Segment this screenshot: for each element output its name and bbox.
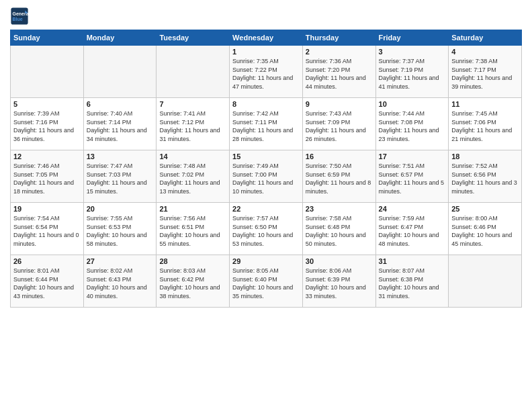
calendar-cell: 14Sunrise: 7:48 AM Sunset: 7:02 PM Dayli… xyxy=(157,150,230,203)
calendar-cell: 15Sunrise: 7:49 AM Sunset: 7:00 PM Dayli… xyxy=(230,150,303,203)
day-info: Sunrise: 7:37 AM Sunset: 7:19 PM Dayligh… xyxy=(379,57,446,91)
calendar-cell: 16Sunrise: 7:50 AM Sunset: 6:59 PM Dayli… xyxy=(302,150,375,203)
header-day-tuesday: Tuesday xyxy=(157,30,230,46)
calendar-table: SundayMondayTuesdayWednesdayThursdayFrid… xyxy=(10,30,522,308)
day-number: 1 xyxy=(232,48,300,56)
day-info: Sunrise: 8:01 AM Sunset: 6:44 PM Dayligh… xyxy=(13,267,81,300)
calendar-cell: 9Sunrise: 7:43 AM Sunset: 7:09 PM Daylig… xyxy=(302,98,375,150)
day-info: Sunrise: 7:38 AM Sunset: 7:17 PM Dayligh… xyxy=(451,57,519,91)
day-info: Sunrise: 7:57 AM Sunset: 6:50 PM Dayligh… xyxy=(232,214,300,248)
day-number: 2 xyxy=(306,48,373,56)
calendar-cell: 2Sunrise: 7:36 AM Sunset: 7:20 PM Daylig… xyxy=(302,46,375,98)
day-number: 28 xyxy=(159,257,226,265)
header-row: SundayMondayTuesdayWednesdayThursdayFrid… xyxy=(11,30,522,46)
calendar-cell: 24Sunrise: 7:59 AM Sunset: 6:47 PM Dayli… xyxy=(375,203,449,255)
svg-text:Blue: Blue xyxy=(13,17,23,21)
day-number: 8 xyxy=(232,100,300,108)
day-info: Sunrise: 7:58 AM Sunset: 6:48 PM Dayligh… xyxy=(306,214,373,248)
day-info: Sunrise: 7:43 AM Sunset: 7:09 PM Dayligh… xyxy=(306,109,373,143)
day-info: Sunrise: 7:40 AM Sunset: 7:14 PM Dayligh… xyxy=(87,109,154,143)
calendar-container: General Blue SundayMondayTuesdayWednesda… xyxy=(0,0,532,411)
calendar-cell: 25Sunrise: 8:00 AM Sunset: 6:46 PM Dayli… xyxy=(449,203,522,255)
calendar-cell: 18Sunrise: 7:52 AM Sunset: 6:56 PM Dayli… xyxy=(449,150,522,203)
day-number: 15 xyxy=(232,152,300,161)
day-number: 25 xyxy=(451,205,519,213)
calendar-cell: 7Sunrise: 7:41 AM Sunset: 7:12 PM Daylig… xyxy=(157,98,230,150)
calendar-cell: 1Sunrise: 7:35 AM Sunset: 7:22 PM Daylig… xyxy=(230,46,303,98)
calendar-cell xyxy=(449,255,522,308)
calendar-cell xyxy=(157,46,230,98)
week-row-3: 12Sunrise: 7:46 AM Sunset: 7:05 PM Dayli… xyxy=(11,150,522,203)
day-number: 20 xyxy=(87,205,154,213)
logo: General Blue xyxy=(10,7,32,26)
calendar-cell: 20Sunrise: 7:55 AM Sunset: 6:53 PM Dayli… xyxy=(83,203,157,255)
day-number: 11 xyxy=(451,100,519,108)
day-number: 14 xyxy=(159,152,226,161)
day-info: Sunrise: 8:03 AM Sunset: 6:42 PM Dayligh… xyxy=(159,267,226,300)
calendar-cell xyxy=(11,46,84,98)
day-info: Sunrise: 7:59 AM Sunset: 6:47 PM Dayligh… xyxy=(379,214,446,248)
day-number: 4 xyxy=(451,48,519,56)
day-info: Sunrise: 7:41 AM Sunset: 7:12 PM Dayligh… xyxy=(159,109,226,143)
day-info: Sunrise: 7:48 AM Sunset: 7:02 PM Dayligh… xyxy=(159,162,226,195)
day-number: 17 xyxy=(379,152,446,161)
day-number: 23 xyxy=(306,205,373,213)
day-number: 3 xyxy=(379,48,446,56)
day-info: Sunrise: 7:42 AM Sunset: 7:11 PM Dayligh… xyxy=(232,109,300,143)
day-number: 30 xyxy=(306,257,373,265)
calendar-cell: 19Sunrise: 7:54 AM Sunset: 6:54 PM Dayli… xyxy=(11,203,84,255)
calendar-cell: 10Sunrise: 7:44 AM Sunset: 7:08 PM Dayli… xyxy=(375,98,449,150)
day-number: 7 xyxy=(159,100,226,108)
day-number: 31 xyxy=(379,257,446,265)
calendar-cell: 22Sunrise: 7:57 AM Sunset: 6:50 PM Dayli… xyxy=(230,203,303,255)
calendar-header: General Blue xyxy=(10,7,522,26)
day-number: 18 xyxy=(451,152,519,161)
day-info: Sunrise: 7:46 AM Sunset: 7:05 PM Dayligh… xyxy=(13,162,81,195)
day-info: Sunrise: 7:49 AM Sunset: 7:00 PM Dayligh… xyxy=(232,162,300,195)
day-info: Sunrise: 7:36 AM Sunset: 7:20 PM Dayligh… xyxy=(306,57,373,91)
calendar-cell: 27Sunrise: 8:02 AM Sunset: 6:43 PM Dayli… xyxy=(83,255,157,308)
day-number: 12 xyxy=(13,152,81,161)
logo-icon: General Blue xyxy=(10,7,29,26)
calendar-cell: 13Sunrise: 7:47 AM Sunset: 7:03 PM Dayli… xyxy=(83,150,157,203)
calendar-cell: 30Sunrise: 8:06 AM Sunset: 6:39 PM Dayli… xyxy=(302,255,375,308)
day-number: 26 xyxy=(13,257,81,265)
calendar-cell: 21Sunrise: 7:56 AM Sunset: 6:51 PM Dayli… xyxy=(157,203,230,255)
day-info: Sunrise: 8:05 AM Sunset: 6:40 PM Dayligh… xyxy=(232,267,300,300)
svg-rect-0 xyxy=(11,7,28,24)
calendar-cell xyxy=(83,46,157,98)
header-day-friday: Friday xyxy=(375,30,449,46)
day-number: 5 xyxy=(13,100,81,108)
day-number: 24 xyxy=(379,205,446,213)
day-info: Sunrise: 7:54 AM Sunset: 6:54 PM Dayligh… xyxy=(13,214,81,248)
calendar-cell: 28Sunrise: 8:03 AM Sunset: 6:42 PM Dayli… xyxy=(157,255,230,308)
day-info: Sunrise: 7:56 AM Sunset: 6:51 PM Dayligh… xyxy=(159,214,226,248)
day-info: Sunrise: 7:44 AM Sunset: 7:08 PM Dayligh… xyxy=(379,109,446,143)
calendar-cell: 17Sunrise: 7:51 AM Sunset: 6:57 PM Dayli… xyxy=(375,150,449,203)
day-info: Sunrise: 7:47 AM Sunset: 7:03 PM Dayligh… xyxy=(87,162,154,195)
header-day-thursday: Thursday xyxy=(302,30,375,46)
day-number: 27 xyxy=(87,257,154,265)
calendar-cell: 29Sunrise: 8:05 AM Sunset: 6:40 PM Dayli… xyxy=(230,255,303,308)
calendar-cell: 4Sunrise: 7:38 AM Sunset: 7:17 PM Daylig… xyxy=(449,46,522,98)
header-day-saturday: Saturday xyxy=(449,30,522,46)
week-row-5: 26Sunrise: 8:01 AM Sunset: 6:44 PM Dayli… xyxy=(11,255,522,308)
calendar-cell: 11Sunrise: 7:45 AM Sunset: 7:06 PM Dayli… xyxy=(449,98,522,150)
day-number: 16 xyxy=(306,152,373,161)
day-info: Sunrise: 8:00 AM Sunset: 6:46 PM Dayligh… xyxy=(451,214,519,248)
calendar-cell: 31Sunrise: 8:07 AM Sunset: 6:38 PM Dayli… xyxy=(375,255,449,308)
day-info: Sunrise: 7:52 AM Sunset: 6:56 PM Dayligh… xyxy=(451,162,519,195)
day-number: 21 xyxy=(159,205,226,213)
day-info: Sunrise: 7:50 AM Sunset: 6:59 PM Dayligh… xyxy=(306,162,373,195)
day-info: Sunrise: 7:39 AM Sunset: 7:16 PM Dayligh… xyxy=(13,109,81,143)
calendar-cell: 3Sunrise: 7:37 AM Sunset: 7:19 PM Daylig… xyxy=(375,46,449,98)
calendar-cell: 12Sunrise: 7:46 AM Sunset: 7:05 PM Dayli… xyxy=(11,150,84,203)
day-number: 29 xyxy=(232,257,300,265)
day-number: 22 xyxy=(232,205,300,213)
day-info: Sunrise: 8:06 AM Sunset: 6:39 PM Dayligh… xyxy=(306,267,373,300)
week-row-2: 5Sunrise: 7:39 AM Sunset: 7:16 PM Daylig… xyxy=(11,98,522,150)
calendar-cell: 6Sunrise: 7:40 AM Sunset: 7:14 PM Daylig… xyxy=(83,98,157,150)
day-info: Sunrise: 7:55 AM Sunset: 6:53 PM Dayligh… xyxy=(87,214,154,248)
day-number: 10 xyxy=(379,100,446,108)
day-number: 19 xyxy=(13,205,81,213)
